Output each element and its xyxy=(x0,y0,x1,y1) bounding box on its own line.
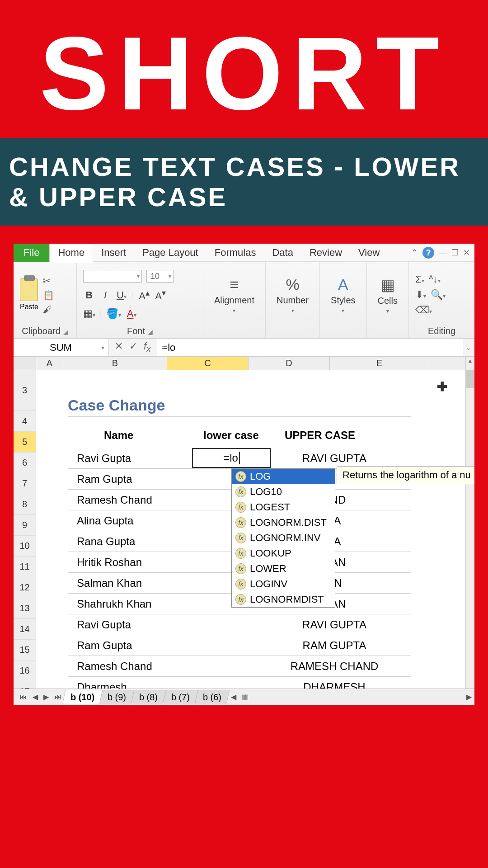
col-header-d[interactable]: D xyxy=(249,357,330,370)
active-cell-editor[interactable]: =lo xyxy=(192,448,271,468)
row-header[interactable]: 7 xyxy=(14,473,36,494)
row-header[interactable]: 3 xyxy=(14,370,36,411)
sheet-nav-first[interactable]: ⏮ xyxy=(17,693,30,701)
col-header-b[interactable]: B xyxy=(63,357,167,370)
tab-insert[interactable]: Insert xyxy=(93,244,134,262)
format-painter-icon[interactable]: 🖌 xyxy=(43,304,54,315)
minimize-ribbon-icon[interactable]: ⌃ xyxy=(411,248,418,258)
styles-button[interactable]: A Styles ▾ xyxy=(326,276,360,314)
autocomplete-item[interactable]: fxLOGEST xyxy=(232,500,335,515)
autocomplete-item[interactable]: fxLOGINV xyxy=(232,576,335,592)
font-name-combo[interactable] xyxy=(83,270,142,283)
autocomplete-item[interactable]: fxLOGNORMDIST xyxy=(232,592,335,607)
tab-scroll-splitter[interactable]: ▥ xyxy=(239,693,251,701)
row-header[interactable]: 5 xyxy=(14,432,36,453)
clear-button[interactable]: ⌫▾ xyxy=(415,304,432,316)
find-select-button[interactable]: 🔍▾ xyxy=(431,289,446,301)
tab-formulas[interactable]: Formulas xyxy=(206,244,264,262)
shrink-font-button[interactable]: A▾ xyxy=(155,288,166,302)
fill-color-button[interactable]: 🪣▾ xyxy=(106,308,121,320)
sheet-tab-label: b (9) xyxy=(108,692,126,703)
tab-scroll-left[interactable]: ◀ xyxy=(228,693,239,701)
header-name: Name xyxy=(104,429,133,442)
autocomplete-item[interactable]: fxLOWER xyxy=(232,561,335,576)
font-dialog-launcher[interactable]: ◢ xyxy=(148,328,153,335)
autocomplete-item[interactable]: fxLOGNORM.INV xyxy=(232,530,335,546)
copy-icon[interactable]: 📋 xyxy=(43,290,54,301)
sheet-tab[interactable]: b (8) xyxy=(131,690,166,704)
expand-formula-bar-icon[interactable]: ⌄ xyxy=(463,344,474,351)
row-header[interactable]: 6 xyxy=(14,453,36,473)
scroll-up-icon[interactable]: ▲ xyxy=(466,358,474,364)
col-header-a[interactable]: A xyxy=(36,357,63,370)
underline-button[interactable]: U▾ xyxy=(116,289,127,301)
vertical-scrollbar[interactable]: ▲ xyxy=(465,357,474,689)
grow-font-button[interactable]: A▴ xyxy=(138,288,150,302)
cell-name: Hritik Roshan xyxy=(68,556,185,569)
row-header[interactable]: 12 xyxy=(14,577,36,598)
formula-input[interactable]: =lo xyxy=(157,339,463,356)
row-header[interactable]: 14 xyxy=(14,619,36,640)
cut-icon[interactable]: ✂ xyxy=(43,275,54,286)
tab-view[interactable]: View xyxy=(350,244,388,262)
help-icon[interactable]: ? xyxy=(422,247,434,259)
autocomplete-item[interactable]: fxLOGNORM.DIST xyxy=(232,515,335,530)
enter-formula-icon[interactable]: ✓ xyxy=(129,340,137,354)
cells-button[interactable]: ▦ Cells ▾ xyxy=(373,276,402,314)
scrollbar-thumb[interactable] xyxy=(466,370,474,388)
font-color-button[interactable]: A▾ xyxy=(126,308,137,320)
autosum-button[interactable]: Σ▾ xyxy=(415,274,424,285)
fill-button[interactable]: ⬇▾ xyxy=(415,289,426,301)
borders-button[interactable]: ▦▾ xyxy=(83,308,95,320)
row-header[interactable]: 9 xyxy=(14,515,36,536)
row-header[interactable]: 10 xyxy=(14,536,36,557)
row-header[interactable]: 15 xyxy=(14,640,36,660)
row-header[interactable]: 16 xyxy=(14,660,36,681)
col-header-e[interactable]: E xyxy=(330,357,429,370)
sheet-tab[interactable]: b (10) xyxy=(62,690,103,704)
tab-page-layout[interactable]: Page Layout xyxy=(134,244,206,262)
minimize-icon[interactable]: — xyxy=(439,248,447,257)
select-all-corner[interactable] xyxy=(14,357,36,370)
sheet-tab[interactable]: b (7) xyxy=(163,690,198,704)
sheet-tab[interactable]: b (6) xyxy=(194,690,230,704)
close-icon[interactable]: ✕ xyxy=(463,248,470,258)
sheet-nav-next[interactable]: ▶ xyxy=(41,693,52,701)
paste-button[interactable]: Paste xyxy=(20,278,38,311)
fx-icon: fx xyxy=(235,548,246,559)
row-header[interactable]: 8 xyxy=(14,494,36,515)
sheet-nav-prev[interactable]: ◀ xyxy=(30,693,41,701)
cancel-formula-icon[interactable]: ✕ xyxy=(115,340,123,354)
tab-review[interactable]: Review xyxy=(301,244,350,262)
clipboard-dialog-launcher[interactable]: ◢ xyxy=(63,328,68,335)
table-row[interactable]: Ramesh ChandRAMESH CHAND xyxy=(68,656,411,677)
restore-icon[interactable]: ❐ xyxy=(451,248,459,258)
font-size-combo[interactable]: 10 xyxy=(146,270,174,283)
spreadsheet-grid[interactable]: A B C D E 34567891011121314151617181920 … xyxy=(14,357,474,689)
alignment-button[interactable]: ≡ Alignment ▾ xyxy=(210,276,259,314)
hscroll-right[interactable]: ▶ xyxy=(464,693,474,701)
autocomplete-item[interactable]: fxLOG10 xyxy=(232,484,335,500)
autocomplete-item[interactable]: fxLOOKUP xyxy=(232,546,335,561)
bold-button[interactable]: B xyxy=(83,289,95,301)
row-header[interactable]: 4 xyxy=(14,411,36,432)
sort-filter-button[interactable]: ᴬ↓▾ xyxy=(429,274,441,285)
file-tab[interactable]: File xyxy=(14,244,49,262)
formula-autocomplete-list[interactable]: fxLOGfxLOG10fxLOGESTfxLOGNORM.DISTfxLOGN… xyxy=(231,468,335,608)
tab-home[interactable]: Home xyxy=(49,244,93,263)
table-row[interactable]: Ram GuptaRAM GUPTA xyxy=(68,635,411,656)
autocomplete-item[interactable]: fxLOG xyxy=(232,469,335,484)
tab-data[interactable]: Data xyxy=(264,244,301,262)
row-header[interactable]: 13 xyxy=(14,598,36,619)
cells-area[interactable]: ✚ Case Change Name lower case UPPER CASE… xyxy=(36,370,474,705)
insert-function-icon[interactable]: fx xyxy=(144,340,150,354)
sheet-nav-last[interactable]: ⏭ xyxy=(52,693,64,701)
table-row[interactable]: Ravi GuptaRAVI GUPTA xyxy=(68,614,411,635)
cell-name: Rana Gupta xyxy=(68,535,185,548)
name-box[interactable]: SUM xyxy=(14,339,108,356)
italic-button[interactable]: I xyxy=(99,289,111,301)
col-header-c[interactable]: C xyxy=(167,357,249,370)
sheet-tab[interactable]: b (9) xyxy=(99,690,135,704)
number-button[interactable]: % Number ▾ xyxy=(272,276,313,314)
row-header[interactable]: 11 xyxy=(14,557,36,577)
